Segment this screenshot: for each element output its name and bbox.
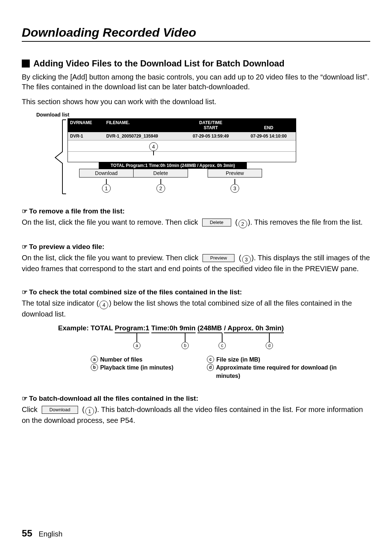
example-callouts: a b c d (91, 333, 370, 351)
cell-filename: DVR-1_20050729_135949 (104, 132, 180, 140)
preview-button[interactable]: Preview (208, 169, 262, 177)
example-callout-d: d (266, 333, 273, 349)
paren-open: ( (235, 218, 238, 226)
circle-a: a (133, 342, 140, 349)
callout-2: 2 (134, 179, 188, 193)
example-seg-d: / Approx. 0h 3min) (224, 324, 284, 333)
legend-circle-c: c (207, 356, 214, 363)
legend-circle-d: d (207, 364, 214, 371)
callout-row: 1 2 3 (79, 179, 312, 193)
col-datetime-label: DATE/TIME (182, 120, 239, 125)
callout-3-circle: 3 (230, 184, 239, 193)
tick (185, 333, 185, 342)
col-dvrname: DVRNAME (68, 119, 104, 132)
tick (269, 333, 270, 342)
bracket-icon (54, 119, 67, 195)
callout-3: 3 (208, 179, 262, 193)
sub-batch-text: To batch-download all the files containe… (29, 395, 198, 402)
callout-4: 4 (149, 142, 158, 155)
col-end-label: END (264, 125, 273, 130)
preview-text-before: On the list, click the file you want to … (22, 254, 200, 262)
legend-circle-b: b (91, 364, 98, 371)
example-seg-a: Program:1 (115, 324, 149, 333)
total-indicator: TOTAL Program:1 Time:0h 10min (248MB / A… (99, 162, 247, 169)
pointing-hand-icon: ☞ (22, 395, 28, 403)
download-list-caption: Download list (36, 112, 370, 118)
table-header: DVRNAME FILENAME. DATE/TIME START END (68, 119, 296, 132)
legend-circle-a: a (91, 356, 98, 363)
page-language: English (38, 530, 62, 538)
table-empty-row: 4 (68, 151, 296, 162)
example-legend: aNumber of files bPlayback time (in minu… (58, 356, 370, 380)
inline-callout-2: 2 (238, 220, 247, 228)
remove-paragraph: On the list, click the file you want to … (22, 217, 370, 228)
callout-gap (188, 179, 208, 193)
batch-paragraph: Click Download (1). This batch-downloads… (22, 405, 370, 425)
sub-preview-heading: ☞To preview a video file: (22, 243, 370, 251)
page-footer: 55 English (22, 528, 62, 539)
legend-c: File size (in MB) (216, 356, 260, 364)
example-seg-c: (248MB (197, 324, 222, 333)
callout-4-circle: 4 (149, 142, 158, 151)
download-list-figure: DVRNAME FILENAME. DATE/TIME START END DV… (36, 118, 312, 193)
delete-button[interactable]: Delete (134, 169, 188, 177)
intro-paragraph-2: This section shows how you can work with… (22, 97, 370, 107)
col-start-label: START (182, 125, 239, 130)
legend-b: Playback time (in minutes) (100, 364, 173, 372)
table-empty-row (68, 140, 296, 151)
sub-total-heading: ☞To check the total combined size of the… (22, 288, 370, 296)
callout-1-tick (106, 179, 107, 184)
example-total-word: TOTAL (91, 324, 113, 332)
inline-callout-3: 3 (242, 255, 251, 264)
callout-1-circle: 1 (102, 184, 111, 193)
remove-text-after: ). This removes the file from the list. (248, 218, 363, 226)
example-line: Example: TOTAL Program:1 Time:0h 9min (2… (58, 324, 370, 333)
inline-callout-4: 4 (99, 301, 108, 309)
pointing-hand-icon: ☞ (22, 288, 28, 296)
example-callout-b: b (181, 333, 189, 349)
tick (136, 333, 137, 342)
legend-a: Number of files (100, 356, 142, 364)
inline-delete-button[interactable]: Delete (202, 219, 231, 227)
sub-batch-heading: ☞To batch-download all the files contain… (22, 395, 370, 403)
cell-start: 07-29-05 13:59:49 (180, 132, 241, 140)
download-list-table: DVRNAME FILENAME. DATE/TIME START END DV… (68, 118, 296, 162)
square-bullet-icon (22, 60, 30, 68)
callout-4-tick (153, 151, 154, 155)
pointing-hand-icon: ☞ (22, 243, 28, 251)
sub-remove-text: To remove a file from the list: (29, 207, 125, 215)
section-heading-text: Adding Video Files to the Download List … (33, 58, 285, 69)
table-row[interactable]: DVR-1 DVR-1_20050729_135949 07-29-05 13:… (68, 132, 296, 140)
preview-paragraph: On the list, click the file you want to … (22, 253, 370, 274)
sub-total-text: To check the total combined size of the … (29, 288, 242, 296)
page-title: Downloading Recorded Video (22, 25, 370, 40)
circle-b: b (181, 342, 189, 349)
cell-end: 07-29-05 14:10:00 (241, 132, 296, 140)
download-button[interactable]: Download (79, 169, 134, 177)
page-number: 55 (22, 528, 32, 539)
col-end: END (241, 119, 296, 132)
intro-paragraph-1: By clicking the [Add] button among the b… (22, 72, 370, 92)
callout-1: 1 (79, 179, 134, 193)
callout-3-tick (234, 179, 235, 184)
total-paragraph: The total size indicator (4) below the l… (22, 298, 370, 319)
inline-callout-1: 1 (85, 407, 94, 416)
callout-2-tick (160, 179, 161, 184)
callout-2-circle: 2 (156, 184, 165, 193)
legend-d: Approximate time required for download (… (216, 364, 356, 380)
col-datetime: DATE/TIME START (180, 119, 241, 132)
inline-download-button[interactable]: Download (42, 406, 78, 414)
example-callout-c: c (219, 333, 226, 349)
paren-open: ( (82, 405, 85, 413)
section-heading: Adding Video Files to the Download List … (22, 58, 370, 69)
inline-preview-button[interactable]: Preview (203, 254, 234, 262)
paren-open: ( (239, 254, 241, 262)
example-callout-a: a (133, 333, 140, 349)
total-text-before: The total size indicator ( (22, 299, 99, 307)
tick (222, 333, 222, 342)
batch-text-before: Click (22, 405, 40, 413)
button-spacer (188, 169, 208, 177)
circle-d: d (266, 342, 273, 349)
pointing-hand-icon: ☞ (22, 207, 28, 215)
example-figure: Example: TOTAL Program:1 Time:0h 9min (2… (58, 324, 370, 380)
